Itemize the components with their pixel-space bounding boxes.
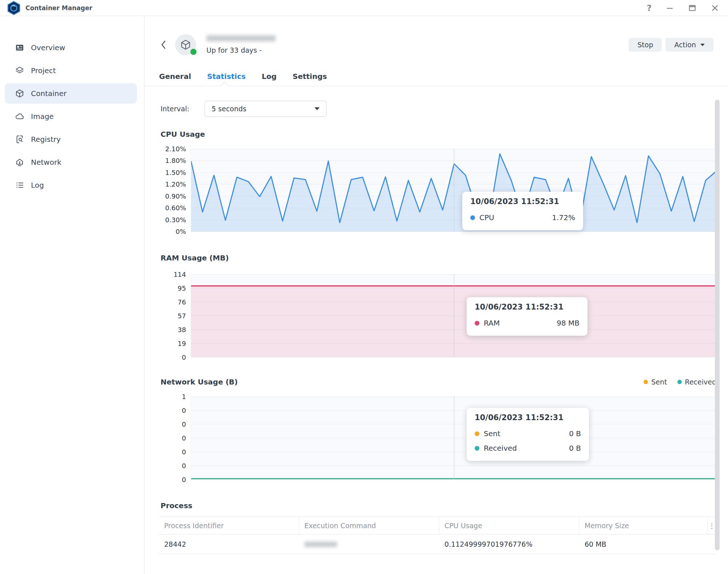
network-yaxis: 10 00 00 0 [161, 396, 186, 479]
container-icon [15, 89, 24, 98]
cpu-series-dot [470, 215, 475, 220]
sidebar-item-network[interactable]: Network [5, 152, 137, 172]
ram-yaxis: 11495 7657 3819 0 [161, 274, 186, 357]
sidebar-item-label: Network [31, 158, 62, 167]
minimize-icon[interactable] [665, 4, 674, 12]
container-detail-header: Up for 33 days - Stop Action [161, 34, 713, 55]
cpu-yaxis: 2.10%1.80% 1.50%1.20% 0.90%0.60% 0.30%0% [161, 149, 186, 232]
tooltip-series-label: Received [484, 444, 517, 453]
container-avatar [175, 34, 196, 55]
registry-icon [15, 135, 24, 144]
table-cell-command [299, 535, 439, 554]
app-title: Container Manager [25, 4, 92, 12]
container-name-redacted [206, 35, 276, 41]
sidebar-item-label: Log [31, 181, 44, 190]
column-header-memory: Memory Size [579, 517, 708, 535]
cpu-tooltip: 10/06/2023 11:52:31 CPU 1.72% [462, 192, 583, 230]
sidebar-item-log[interactable]: Log [5, 175, 137, 195]
column-header-pid: Process Identifier [159, 517, 299, 535]
process-title: Process [161, 501, 728, 510]
tab-general[interactable]: General [159, 72, 191, 81]
sidebar-item-project[interactable]: Project [5, 60, 137, 81]
process-table: Process Identifier Execution Command CPU… [159, 517, 716, 554]
column-header-cpu: CPU Usage [439, 517, 579, 535]
ram-crosshair [454, 274, 454, 357]
interval-value: 5 seconds [211, 105, 246, 113]
container-uptime: Up for 33 days - [206, 46, 276, 54]
image-icon [15, 112, 24, 121]
network-icon [15, 158, 24, 167]
close-icon[interactable] [711, 4, 719, 12]
received-series-dot [475, 446, 479, 451]
table-cell-cpu: 0.11249999701976776% [439, 535, 579, 554]
cpu-usage-title: CPU Usage [161, 130, 728, 139]
sidebar-item-label: Image [31, 112, 54, 121]
ram-plot-area: 10/06/2023 11:52:31 RAM 98 MB [191, 274, 717, 357]
stop-button[interactable]: Stop [629, 38, 662, 52]
cpu-crosshair [454, 149, 454, 232]
tooltip-series-label: CPU [479, 213, 494, 222]
tooltip-series-value: 0 B [569, 444, 581, 453]
network-tooltip: 10/06/2023 11:52:31 Sent 0 B Received 0 … [467, 408, 589, 461]
sent-dot [644, 380, 648, 384]
active-tab-notch [221, 82, 229, 90]
app-logo-icon [7, 1, 20, 15]
action-button[interactable]: Action [665, 38, 713, 52]
tooltip-series-label: RAM [484, 319, 500, 327]
network-plot-area: 10/06/2023 11:52:31 Sent 0 B Received 0 … [191, 396, 717, 479]
tooltip-series-value: 98 MB [557, 319, 579, 327]
sidebar-item-label: Project [31, 66, 56, 75]
legend-sent: Sent [644, 378, 667, 386]
ram-usage-title: RAM Usage (MB) [161, 254, 728, 262]
tab-statistics[interactable]: Statistics [207, 72, 246, 81]
tooltip-timestamp: 10/06/2023 11:52:31 [475, 413, 581, 422]
main-content: Up for 33 days - Stop Action General Sta… [145, 16, 728, 574]
back-icon[interactable] [161, 39, 167, 50]
overview-icon [15, 43, 24, 52]
sidebar-item-label: Overview [31, 43, 65, 52]
cpu-plot-area: 10/06/2023 11:52:31 CPU 1.72% [191, 149, 717, 232]
help-icon[interactable]: ? [647, 3, 652, 13]
ram-series-dot [475, 321, 479, 326]
sidebar-item-container[interactable]: Container [5, 83, 137, 104]
network-usage-title: Network Usage (B) [161, 378, 238, 386]
maximize-icon[interactable] [688, 4, 697, 12]
interval-select[interactable]: 5 seconds [205, 101, 327, 117]
log-icon [15, 180, 24, 190]
tooltip-series-value: 0 B [569, 429, 581, 438]
title-bar: Container Manager ? [0, 0, 728, 16]
interval-label: Interval: [161, 105, 189, 113]
received-dot [677, 380, 682, 384]
network-legend: Sent Received [644, 378, 716, 386]
sent-series-dot [475, 431, 479, 436]
tab-divider [145, 86, 728, 86]
sidebar-item-image[interactable]: Image [5, 106, 137, 127]
tab-settings[interactable]: Settings [293, 72, 327, 81]
tooltip-timestamp: 10/06/2023 11:52:31 [470, 197, 575, 206]
network-crosshair [454, 396, 454, 479]
sidebar: Overview Project Container Image Registr… [0, 16, 145, 574]
project-icon [15, 66, 24, 75]
legend-received: Received [677, 378, 716, 386]
tooltip-timestamp: 10/06/2023 11:52:31 [475, 303, 579, 311]
status-dot [190, 49, 197, 55]
chevron-down-icon [700, 44, 705, 46]
ram-tooltip: 10/06/2023 11:52:31 RAM 98 MB [467, 297, 587, 336]
sidebar-item-overview[interactable]: Overview [5, 37, 137, 58]
sidebar-item-registry[interactable]: Registry [5, 129, 137, 150]
table-cell-pid: 28442 [159, 535, 299, 554]
vertical-scrollbar[interactable] [715, 100, 720, 550]
sidebar-item-label: Registry [31, 135, 61, 144]
command-redacted [304, 542, 337, 547]
column-header-command: Execution Command [299, 517, 439, 535]
tab-log[interactable]: Log [262, 72, 277, 81]
chevron-down-icon [314, 107, 320, 110]
tooltip-series-value: 1.72% [552, 213, 575, 222]
sidebar-item-label: Container [31, 89, 67, 98]
ram-usage-chart: 11495 7657 3819 0 10/06/2023 11:52:31 RA… [161, 274, 728, 357]
table-cell-memory: 60 MB [579, 535, 708, 554]
cpu-usage-chart: 2.10%1.80% 1.50%1.20% 0.90%0.60% 0.30%0%… [161, 149, 728, 232]
tooltip-series-label: Sent [484, 429, 500, 438]
network-usage-chart: 10 00 00 0 10/06/2023 11:52:31 Sent 0 B [161, 396, 728, 479]
detail-tabs: General Statistics Log Settings [159, 72, 728, 81]
